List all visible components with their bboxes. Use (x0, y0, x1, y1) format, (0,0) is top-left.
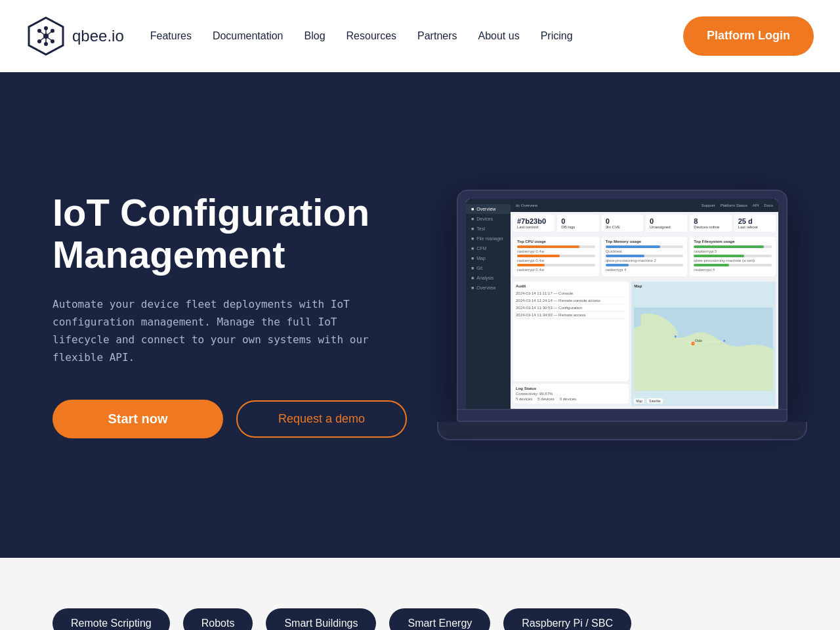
audit-row-2: 2024-03-14 11:24:14 — Remote console acc… (516, 297, 626, 304)
nav-pricing[interactable]: Pricing (541, 30, 573, 42)
sidebar-overview: ■Overview (466, 204, 511, 214)
nav-features[interactable]: Features (150, 30, 192, 42)
topbar-support: Support (702, 203, 715, 207)
sidebar-devices: ■Devices (466, 214, 511, 224)
map-panel: Map (631, 282, 776, 406)
svg-line-8 (39, 31, 46, 36)
stat-db-logs: 0 DB logs (557, 215, 598, 232)
hero-title: IoT Configuration Management (52, 192, 457, 276)
svg-text:Oslo: Oslo (695, 339, 702, 343)
dashboard-sidebar: ■Overview ■Devices ■Test ■File manager (466, 199, 511, 409)
chart-memory: Top Memory usage Quicktest qbee-provisio… (602, 237, 688, 276)
laptop-base (457, 410, 788, 422)
category-smart-buildings[interactable]: Smart Buildings (266, 608, 376, 630)
hero-image: ■Overview ■Devices ■Test ■File manager (457, 190, 788, 440)
dashboard-topbar: dc Overview Support Platform Status API … (511, 199, 778, 212)
nav-documentation[interactable]: Documentation (213, 30, 284, 42)
svg-line-9 (46, 31, 52, 36)
topbar-api: API (753, 203, 759, 207)
stat-unassigned: 0 Unassigned (646, 215, 687, 232)
svg-point-17 (675, 335, 677, 338)
categories-section: Remote Scripting Robots Smart Buildings … (0, 558, 840, 630)
hero-buttons: Start now Request a demo (52, 400, 457, 438)
chart-cpu: Top CPU usage rasberrypi 0.4w rasberrypi… (513, 237, 599, 276)
logo-icon (26, 16, 66, 56)
chart-filesystem: Top Filesystem usage raspberrypi.5 qbee-… (690, 237, 776, 276)
start-now-button[interactable]: Start now (52, 400, 223, 438)
topbar-platform: Platform Status (721, 203, 747, 207)
request-demo-button[interactable]: Request a demo (236, 400, 407, 438)
nav-resources[interactable]: Resources (346, 30, 396, 42)
category-raspberry-pi[interactable]: Raspberry Pi / SBC (503, 608, 631, 630)
logo-text: qbee.io (72, 27, 124, 45)
map-controls: Map Satellite (634, 398, 663, 404)
laptop-screen: ■Overview ■Devices ■Test ■File manager (457, 190, 788, 410)
lower-section: Audit 2024-03-14 11:11:17 — Console 2024… (511, 282, 778, 409)
sidebar-map: ■Map (466, 253, 511, 263)
dashboard-preview: ■Overview ■Devices ■Test ■File manager (466, 199, 778, 409)
navbar: qbee.io Features Documentation Blog Reso… (0, 0, 840, 72)
topbar-title: dc Overview (516, 203, 537, 207)
audit-row-3: 2024-03-14 11:30:53 — Configuration (516, 304, 626, 312)
sidebar-file-manager: ■File manager (466, 234, 511, 243)
sidebar-overview2: ■Overview (466, 283, 511, 293)
category-tags: Remote Scripting Robots Smart Buildings … (52, 608, 631, 630)
hero-description: Automate your device fleet deployments w… (52, 295, 394, 367)
svg-line-11 (46, 36, 52, 41)
nav-blog[interactable]: Blog (304, 30, 326, 42)
charts-row: Top CPU usage rasberrypi 0.4w rasberrypi… (511, 234, 778, 279)
stat-cve: 0 3tn CVE (602, 215, 643, 232)
stats-row: #7b23b0 Last commit 0 DB logs 0 3tn CVE (511, 212, 778, 232)
category-remote-scripting[interactable]: Remote Scripting (52, 608, 170, 630)
audit-panel: Audit 2024-03-14 11:11:17 — Console 2024… (513, 282, 629, 381)
sidebar-git: ■Git (466, 263, 511, 273)
map-svg: Oslo (634, 289, 773, 406)
stat-last-commit: #7b23b0 Last commit (513, 215, 555, 232)
laptop-mockup: ■Overview ■Devices ■Test ■File manager (457, 190, 788, 440)
sidebar-cfm: ■CFM (466, 243, 511, 253)
hero-content: IoT Configuration Management Automate yo… (52, 192, 457, 438)
stat-last-reboot: 25 d Last reboot (734, 215, 776, 232)
nav-partners[interactable]: Partners (417, 30, 457, 42)
category-robots[interactable]: Robots (183, 608, 253, 630)
topbar-docs: Docs (764, 203, 773, 207)
platform-login-button[interactable]: Platform Login (683, 16, 814, 55)
sidebar-analysis: ■Analysis (466, 273, 511, 283)
category-smart-energy[interactable]: Smart Energy (389, 608, 490, 630)
nav-links: Features Documentation Blog Resources Pa… (150, 30, 683, 42)
nav-about[interactable]: About us (478, 30, 520, 42)
svg-line-10 (39, 36, 46, 41)
sidebar-test: ■Test (466, 224, 511, 234)
logo-link[interactable]: qbee.io (26, 16, 124, 56)
hero-section: IoT Configuration Management Automate yo… (0, 72, 840, 558)
audit-row-4: 2024-03-14 11:34:00 — Remote access (516, 312, 626, 319)
audit-row-1: 2024-03-14 11:11:17 — Console (516, 290, 626, 297)
laptop-bottom (437, 422, 807, 440)
stat-devices-online: 8 Devices online (690, 215, 731, 232)
connectivity-panel: Log Status Connectivity: 99,67% 5 device… (513, 384, 629, 404)
